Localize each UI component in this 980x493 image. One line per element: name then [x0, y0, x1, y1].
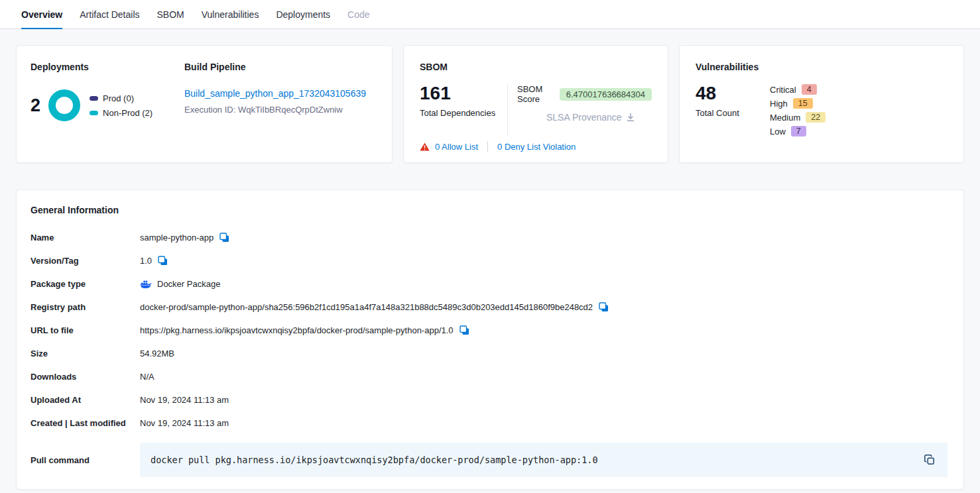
sbom-score-label: SBOM Score [517, 84, 554, 104]
severity-label-high: High [770, 99, 788, 109]
row-created-modified: Created | Last modified Nov 19, 2024 11:… [31, 411, 948, 435]
row-name-value: sample-python-app [140, 233, 214, 243]
row-uploaded-at-value: Nov 19, 2024 11:13 am [140, 395, 229, 405]
row-package-type: Package type Docker Package [31, 272, 948, 296]
tab-vulnerabilities[interactable]: Vulnerabilities [202, 0, 259, 28]
deployments-section: Deployments 2 Prod (0) Non-Prod (2) [31, 62, 184, 149]
row-created-modified-label: Created | Last modified [31, 418, 140, 428]
row-url-label: URL to file [31, 325, 140, 335]
severity-label-low: Low [770, 127, 786, 137]
sbom-title: SBOM [420, 62, 652, 72]
severity-row-low: Low 7 [770, 126, 826, 137]
sbom-body: 161 Total Dependencies SBOM Score 6.4700… [420, 83, 652, 141]
slsa-provenance-label: SLSA Provenance [546, 112, 622, 123]
copy-url-button[interactable] [459, 325, 470, 336]
slsa-provenance-link[interactable]: SLSA Provenance [517, 112, 652, 123]
row-downloads-label: Downloads [31, 372, 140, 382]
tab-bar: Overview Artifact Details SBOM Vulnerabi… [0, 0, 980, 29]
sbom-policy-footer: 0 Allow List 0 Deny List Violation [420, 141, 652, 152]
allow-list-link[interactable]: 0 Allow List [435, 142, 478, 152]
row-uploaded-at: Uploaded At Nov 19, 2024 11:13 am [31, 388, 948, 411]
general-information-rows: Name sample-python-app Version/Tag 1.0 [31, 226, 948, 477]
severity-badge-medium: 22 [806, 112, 826, 123]
sbom-score-column: SBOM Score 6.470017636684304 SLSA Proven… [517, 83, 652, 141]
policy-footer-divider [487, 141, 488, 152]
tab-deployments[interactable]: Deployments [276, 0, 330, 28]
sbom-card: SBOM 161 Total Dependencies SBOM Score 6… [403, 45, 668, 163]
vulnerabilities-card: Vulnerabilities 48 Total Count Critical … [679, 45, 964, 163]
row-package-type-label: Package type [31, 279, 140, 289]
sbom-score-badge: 6.470017636684304 [560, 88, 652, 101]
sbom-count-column: 161 Total Dependencies [420, 83, 507, 141]
deployments-legend: Prod (0) Non-Prod (2) [90, 93, 153, 118]
sbom-divider [507, 84, 508, 136]
page-content: Deployments 2 Prod (0) Non-Prod (2) [0, 29, 980, 490]
copy-pull-command-button[interactable] [924, 454, 936, 466]
tab-artifact-details[interactable]: Artifact Details [80, 0, 139, 28]
severity-label-medium: Medium [770, 113, 800, 123]
row-version-value: 1.0 [140, 256, 152, 266]
copy-registry-path-button[interactable] [598, 301, 609, 313]
severity-label-critical: Critical [770, 85, 796, 95]
pull-command-block: docker pull pkg.harness.io/ikpsjoavtcwxn… [140, 443, 948, 477]
severity-list: Critical 4 High 15 Medium 22 Low 7 [770, 83, 826, 137]
row-registry-path: Registry path docker-prod/sample-python-… [31, 296, 948, 319]
sbom-count: 161 [420, 83, 507, 104]
nonprod-legend-dot [90, 111, 98, 115]
vulnerabilities-title: Vulnerabilities [696, 62, 948, 72]
tab-code: Code [347, 0, 369, 28]
row-uploaded-at-label: Uploaded At [31, 395, 140, 405]
row-downloads-value: N/A [140, 372, 154, 382]
pull-command-text: docker pull pkg.harness.io/ikpsjoavtcwxn… [151, 455, 598, 465]
row-url: URL to file https://pkg.harness.io/ikpsj… [31, 319, 948, 342]
vulnerabilities-body: 48 Total Count Critical 4 High 15 Medium… [696, 83, 948, 137]
general-information-title: General Information [31, 205, 948, 215]
build-pipeline-section: Build Pipeline Build_sample_python_app_1… [184, 62, 376, 149]
build-pipeline-title: Build Pipeline [184, 62, 376, 72]
row-size-value: 54.92MB [140, 349, 174, 358]
deployments-card: Deployments 2 Prod (0) Non-Prod (2) [16, 45, 393, 163]
copy-version-button[interactable] [157, 255, 168, 266]
row-url-value: https://pkg.harness.io/ikpsjoavtcwxnqisy… [140, 325, 454, 335]
row-pull-command-label: Pull command [31, 455, 140, 465]
vulnerabilities-count-column: 48 Total Count [696, 83, 770, 137]
row-version: Version/Tag 1.0 [31, 249, 948, 272]
deployments-chart-area: 2 Prod (0) Non-Prod (2) [31, 89, 184, 121]
warning-triangle-icon [420, 142, 430, 151]
row-downloads: Downloads N/A [31, 365, 948, 388]
download-icon [626, 113, 635, 122]
severity-badge-critical: 4 [802, 84, 817, 95]
severity-badge-high: 15 [793, 98, 813, 109]
deny-list-link[interactable]: 0 Deny List Violation [497, 142, 576, 152]
deployments-title: Deployments [31, 62, 184, 72]
row-version-label: Version/Tag [31, 256, 140, 266]
row-size: Size 54.92MB [31, 342, 948, 365]
vulnerabilities-count-label: Total Count [696, 108, 770, 118]
nonprod-legend-label: Non-Prod (2) [103, 108, 153, 118]
build-pipeline-link[interactable]: Build_sample_python_app_1732043105639 [184, 88, 366, 99]
summary-cards-row: Deployments 2 Prod (0) Non-Prod (2) [16, 45, 964, 163]
row-registry-path-label: Registry path [31, 302, 140, 312]
tab-overview[interactable]: Overview [21, 0, 62, 28]
row-package-type-value: Docker Package [157, 279, 220, 289]
deployments-donut-chart [48, 89, 80, 121]
tab-sbom[interactable]: SBOM [157, 0, 184, 28]
execution-id: Execution ID: WqkTiIbBRqecQrpDtZwniw [184, 105, 376, 115]
general-information-card: General Information Name sample-python-a… [16, 190, 964, 490]
legend-item-prod: Prod (0) [90, 93, 153, 103]
severity-row-high: High 15 [770, 98, 826, 109]
copy-name-button[interactable] [219, 232, 230, 243]
row-created-modified-value: Nov 19, 2024 11:13 am [140, 418, 229, 428]
deployments-count: 2 [31, 95, 40, 116]
prod-legend-dot [90, 96, 98, 101]
severity-row-critical: Critical 4 [770, 84, 826, 95]
row-pull-command: Pull command docker pull pkg.harness.io/… [31, 443, 948, 477]
row-name-label: Name [31, 233, 140, 243]
legend-item-nonprod: Non-Prod (2) [90, 108, 153, 118]
docker-icon [140, 280, 152, 289]
prod-legend-label: Prod (0) [103, 93, 134, 103]
sbom-score-row: SBOM Score 6.470017636684304 [517, 84, 652, 104]
vulnerabilities-count: 48 [696, 83, 770, 104]
severity-badge-low: 7 [791, 126, 806, 137]
row-registry-path-value: docker-prod/sample-python-app/sha256:596… [140, 302, 593, 312]
